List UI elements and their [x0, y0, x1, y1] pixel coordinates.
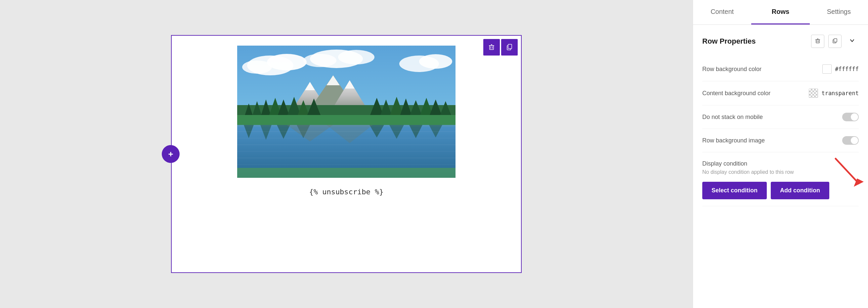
content-bg-color-property: Content background color transparent: [702, 81, 859, 105]
stack-mobile-label: Do not stack on mobile: [702, 114, 842, 121]
copy-icon: [506, 43, 513, 52]
landscape-image: [237, 45, 456, 178]
section-title: Row Properties: [702, 37, 755, 45]
svg-rect-39: [237, 115, 456, 125]
unsubscribe-text: {% unsubscribe %}: [309, 188, 383, 196]
add-condition-button[interactable]: Add condition: [771, 182, 829, 199]
display-condition-title: Display condition: [702, 160, 859, 167]
row-bg-color-text: #ffffff: [835, 66, 859, 72]
copy-small-icon: [832, 38, 838, 45]
svg-marker-67: [854, 178, 864, 187]
stack-mobile-toggle[interactable]: [842, 113, 859, 121]
trash-small-icon: [815, 38, 821, 45]
svg-point-10: [242, 61, 272, 74]
row-toolbar: [483, 39, 518, 56]
tab-settings[interactable]: Settings: [810, 0, 868, 25]
stack-mobile-property: Do not stack on mobile: [702, 105, 859, 129]
content-bg-color-swatch[interactable]: [809, 89, 818, 98]
content-bg-color-label: Content background color: [702, 90, 809, 97]
section-header: Row Properties: [702, 35, 859, 48]
content-bg-color-text: transparent: [822, 90, 859, 97]
email-canvas: +: [171, 35, 522, 273]
svg-rect-58: [237, 168, 456, 178]
svg-point-15: [419, 54, 452, 69]
row-bg-color-swatch[interactable]: [823, 64, 832, 74]
right-panel: Content Rows Settings Row Properties: [693, 0, 868, 308]
delete-row-button[interactable]: [483, 39, 500, 56]
section-actions: [811, 35, 859, 48]
condition-buttons: Select condition Add condition: [702, 182, 859, 199]
expand-section-button[interactable]: [845, 35, 859, 48]
display-condition-section: Display condition No display condition a…: [702, 152, 859, 206]
add-row-button[interactable]: +: [162, 145, 180, 163]
row-bg-image-property: Row background image: [702, 129, 859, 152]
select-condition-button[interactable]: Select condition: [702, 182, 767, 199]
plus-icon: +: [168, 149, 173, 159]
trash-icon: [488, 43, 495, 52]
svg-rect-6: [508, 44, 512, 48]
display-condition-subtitle: No display condition applied to this row: [702, 169, 859, 175]
panel-tabs: Content Rows Settings: [693, 0, 868, 25]
tab-rows[interactable]: Rows: [751, 0, 809, 25]
content-bg-color-value[interactable]: transparent: [809, 89, 859, 98]
svg-rect-0: [490, 45, 494, 49]
svg-rect-59: [816, 40, 819, 43]
svg-point-12: [338, 50, 374, 64]
row-bg-image-label: Row background image: [702, 137, 842, 144]
row-bg-color-property: Row background color #ffffff: [702, 57, 859, 81]
svg-point-13: [303, 54, 336, 67]
svg-point-9: [267, 54, 307, 70]
tab-content[interactable]: Content: [693, 0, 751, 25]
canvas-area: +: [0, 0, 693, 308]
row-bg-color-label: Row background color: [702, 66, 823, 73]
chevron-down-icon: [849, 38, 855, 45]
delete-section-button[interactable]: [811, 35, 824, 48]
panel-content: Row Properties: [693, 25, 868, 308]
copy-section-button[interactable]: [828, 35, 841, 48]
row-bg-color-value[interactable]: #ffffff: [823, 64, 859, 74]
row-bg-image-toggle[interactable]: [842, 136, 859, 145]
svg-rect-65: [834, 39, 837, 42]
copy-row-button[interactable]: [501, 39, 518, 56]
